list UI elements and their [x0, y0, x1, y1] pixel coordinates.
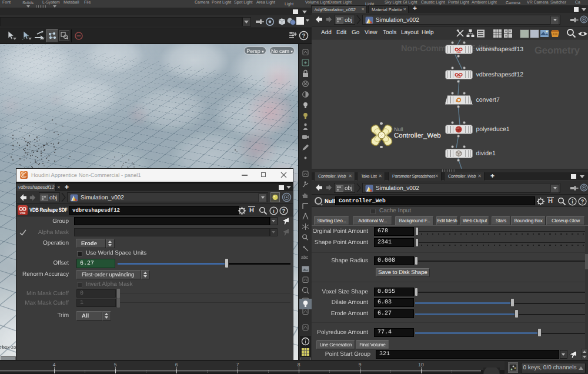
- svg-text:i: i: [305, 339, 306, 345]
- svg-text:?: ?: [581, 199, 584, 205]
- svg-text:VDB: VDB: [20, 212, 26, 215]
- svg-text:?: ?: [302, 33, 305, 39]
- svg-text:VDB: VDB: [456, 51, 461, 54]
- svg-text:i: i: [572, 199, 573, 205]
- svg-text:VDB: VDB: [456, 76, 461, 79]
- svg-text:i: i: [273, 208, 275, 215]
- svg-text:?: ?: [282, 208, 286, 215]
